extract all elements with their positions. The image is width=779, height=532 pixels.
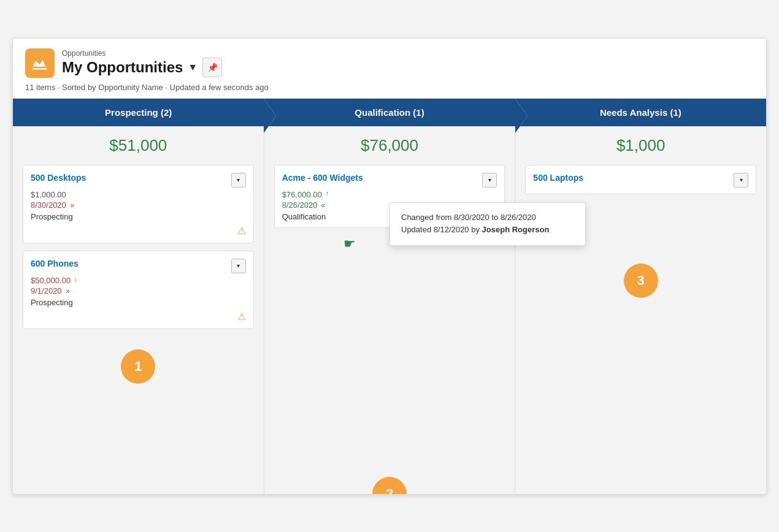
- kanban-columns: $51,000 500 Desktops ▾ $1,000.00 8/30/20…: [13, 126, 766, 494]
- header-subtitle: Opportunities: [62, 49, 222, 58]
- opp-card-500-desktops: 500 Desktops ▾ $1,000.00 8/30/2020 » Pro…: [23, 165, 254, 243]
- opp-stage-600-phones: Prospecting: [31, 298, 246, 307]
- amount-row-600-phones: $50,000.00 ↓: [31, 273, 246, 285]
- opp-name-500-desktops[interactable]: 500 Desktops: [31, 173, 86, 183]
- card-dropdown-600-phones[interactable]: ▾: [231, 259, 246, 273]
- main-container: Opportunities My Opportunities ▼ 📌 11 it…: [12, 38, 767, 495]
- kanban-section: Prospecting (2) Qualification (1) Needs …: [13, 99, 766, 494]
- card-header: 500 Desktops ▾: [31, 173, 246, 188]
- page-title: My Opportunities: [62, 59, 183, 76]
- date-double-arrow-acme: «: [321, 201, 325, 210]
- card-dropdown-acme[interactable]: ▾: [482, 173, 497, 188]
- card-header-laptops: 500 Laptops ▾: [533, 173, 748, 188]
- warning-icon: ⚠: [237, 225, 246, 237]
- header-title-row: My Opportunities ▼ 📌: [62, 58, 222, 77]
- title-dropdown-button[interactable]: ▼: [188, 62, 198, 73]
- amount-row-acme: $76,000.00 ↑: [282, 188, 497, 199]
- opp-amount-500-desktops: $1,000.00: [31, 190, 246, 199]
- kanban-col-prospecting: $51,000 500 Desktops ▾ $1,000.00 8/30/20…: [13, 126, 264, 494]
- opp-date-600-phones: 9/1/2020 »: [31, 286, 246, 295]
- app-icon: [25, 48, 55, 78]
- card-dropdown-laptops[interactable]: ▾: [734, 173, 748, 188]
- opp-name-600-phones[interactable]: 600 Phones: [31, 259, 79, 268]
- card-dropdown-500-desktops[interactable]: ▾: [231, 173, 246, 188]
- opp-name-acme-widgets[interactable]: Acme - 600 Widgets: [282, 173, 363, 183]
- opp-stage-500-desktops: Prospecting: [31, 212, 246, 221]
- card-footer: ⚠: [31, 225, 246, 237]
- kanban-col-qualification: $76,000 Acme - 600 Widgets ▾ $76,000.00 …: [264, 126, 516, 494]
- kanban-col-needs-analysis: $1,000 500 Laptops ▾ 3: [515, 126, 766, 494]
- date-change-tooltip: Changed from 8/30/2020 to 8/26/2020 Upda…: [390, 202, 586, 246]
- cursor-icon: ☛: [343, 236, 356, 252]
- opp-card-500-laptops: 500 Laptops ▾: [525, 165, 756, 194]
- header-meta: 11 items · Sorted by Opportunity Name · …: [25, 83, 754, 92]
- callout-badge-1: 1: [121, 349, 155, 384]
- amount-down-icon: ↓: [74, 275, 78, 283]
- needs-analysis-total: $1,000: [525, 136, 756, 155]
- date-overflow-icon: »: [70, 201, 74, 210]
- amount-up-icon: ↑: [326, 189, 329, 197]
- card-header: 600 Phones ▾: [31, 259, 246, 273]
- stage-header-qualification[interactable]: Qualification (1): [264, 99, 515, 126]
- callout-badge-2: 2: [372, 477, 407, 495]
- opp-card-600-phones: 600 Phones ▾ $50,000.00 ↓ 9/1/2020 » Pro…: [23, 251, 254, 329]
- opp-amount-600-phones: $50,000.00: [31, 276, 71, 285]
- opp-amount-acme: $76,000.00: [282, 190, 322, 199]
- date-overflow-icon-2: »: [66, 287, 70, 295]
- opp-card-acme-widgets: Acme - 600 Widgets ▾ $76,000.00 ↑ 8/26/2…: [274, 165, 505, 228]
- card-header-acme: Acme - 600 Widgets ▾: [282, 173, 497, 188]
- opp-name-500-laptops[interactable]: 500 Laptops: [533, 173, 583, 183]
- opp-date-500-desktops: 8/30/2020 »: [31, 200, 246, 210]
- card-footer-2: ⚠: [31, 311, 246, 322]
- stage-header-prospecting[interactable]: Prospecting (2): [13, 99, 264, 126]
- crown-icon: [31, 55, 48, 72]
- header-titles: Opportunities My Opportunities ▼ 📌: [62, 49, 222, 77]
- stage-headers: Prospecting (2) Qualification (1) Needs …: [13, 99, 766, 126]
- stage-header-needs-analysis[interactable]: Needs Analysis (1): [515, 99, 766, 126]
- prospecting-total: $51,000: [23, 136, 254, 155]
- callout-badge-3: 3: [624, 264, 658, 298]
- pin-button[interactable]: 📌: [202, 58, 222, 77]
- header: Opportunities My Opportunities ▼ 📌 11 it…: [13, 39, 766, 99]
- tooltip-text: Changed from 8/30/2020 to 8/26/2020 Upda…: [401, 211, 574, 237]
- qualification-total: $76,000: [274, 136, 505, 155]
- warning-icon-2: ⚠: [237, 311, 246, 322]
